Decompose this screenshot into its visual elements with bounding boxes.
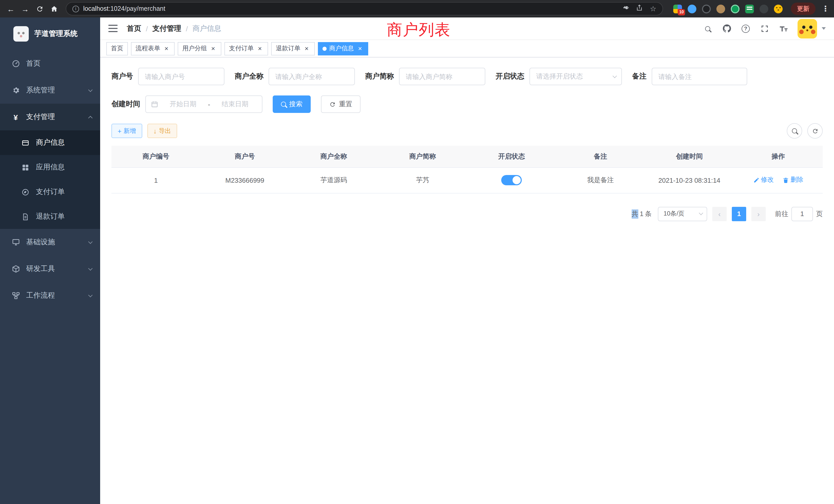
tags-view: 首页 流程表单× 用户分组× 支付订单× 退款订单× 商户信息×: [100, 40, 834, 58]
sidebar-item-refund-order[interactable]: 退款订单: [0, 204, 100, 229]
tab-refund-order[interactable]: 退款订单×: [271, 42, 315, 55]
page-size-select[interactable]: 10条/页: [658, 207, 707, 221]
merchant-id-input[interactable]: [138, 68, 224, 85]
extension-emoji-icon[interactable]: [774, 4, 783, 13]
close-icon[interactable]: ×: [210, 45, 217, 52]
tab-pay-order[interactable]: 支付订单×: [224, 42, 268, 55]
github-icon[interactable]: [722, 23, 732, 33]
extension-green-circle-icon[interactable]: [731, 4, 740, 13]
app-logo[interactable]: 芋道管理系统: [0, 18, 100, 50]
search-button[interactable]: 搜索: [273, 95, 311, 113]
extension-pinwheel-icon[interactable]: [760, 4, 768, 13]
sidebar-item-payment[interactable]: ¥ 支付管理: [0, 104, 100, 130]
close-icon[interactable]: ×: [163, 45, 170, 52]
status-label: 开启状态: [496, 72, 524, 81]
create-time-label: 创建时间: [111, 99, 140, 109]
search-icon: [281, 101, 286, 107]
table-toolbar: +新增 ↓导出: [111, 123, 823, 139]
sidebar-item-system[interactable]: 系统管理: [0, 77, 100, 104]
goto-suffix: 页: [816, 209, 823, 219]
tab-user-group[interactable]: 用户分组×: [178, 42, 221, 55]
full-name-input[interactable]: [269, 68, 355, 85]
extension-drop-icon[interactable]: [688, 4, 696, 13]
add-button[interactable]: +新增: [111, 124, 142, 138]
short-name-input[interactable]: [399, 68, 485, 85]
user-caret-down-icon[interactable]: [822, 27, 826, 30]
goto-page-input[interactable]: [791, 207, 813, 221]
sidebar-item-merchant-info[interactable]: 商户信息: [0, 130, 100, 155]
breadcrumb-item[interactable]: 首页: [127, 24, 141, 33]
page-info-icon[interactable]: i: [72, 5, 79, 12]
fullscreen-icon[interactable]: [760, 23, 770, 33]
pagination-total: 共1条: [632, 209, 652, 219]
password-key-icon[interactable]: [622, 4, 629, 13]
sidebar-item-home[interactable]: 首页: [0, 50, 100, 77]
table-row: 1 M233666999 芋道源码 芋艿 我是备注 2021-10-23 08:…: [111, 167, 823, 193]
browser-home-icon[interactable]: [47, 2, 61, 16]
pagination: 共1条 10条/页 ‹ 1 › 前往 页: [111, 207, 823, 221]
breadcrumb-item[interactable]: 支付管理: [153, 24, 181, 33]
sidebar-item-label: 应用信息: [36, 163, 92, 172]
menu-fold-icon[interactable]: [108, 25, 117, 32]
search-icon[interactable]: [703, 23, 713, 33]
page-size-value: 10条/页: [663, 209, 684, 218]
sidebar-item-dev-tools[interactable]: 研发工具: [0, 256, 100, 282]
browser-update-button[interactable]: 更新: [791, 3, 815, 15]
delete-link[interactable]: 删除: [783, 176, 804, 184]
extension-puzzle-icon[interactable]: 10: [673, 4, 682, 13]
toggle-search-button[interactable]: [787, 123, 802, 139]
trash-icon: [783, 177, 789, 183]
download-icon: ↓: [153, 128, 157, 134]
extension-ring-icon[interactable]: [702, 4, 711, 13]
merchant-id-label: 商户号: [111, 72, 133, 81]
table-header-row: 商户编号 商户号 商户全称 商户简称 开启状态 备注 创建时间 操作: [111, 146, 823, 167]
start-date-placeholder: 开始日期: [161, 99, 205, 109]
bookmark-star-icon[interactable]: ☆: [650, 5, 656, 12]
extension-document-icon[interactable]: [745, 4, 754, 13]
close-icon[interactable]: ×: [303, 45, 310, 52]
sidebar-item-app-info[interactable]: 应用信息: [0, 155, 100, 180]
user-avatar[interactable]: [797, 19, 817, 38]
status-toggle[interactable]: [501, 175, 522, 185]
filter-row-2: 创建时间 开始日期 - 结束日期 搜索 重置: [111, 95, 823, 113]
close-icon[interactable]: ×: [356, 45, 364, 52]
sidebar-group-payment: ¥ 支付管理 商户信息 应用信息: [0, 104, 100, 229]
extension-avatar-icon[interactable]: [717, 4, 725, 13]
sidebar-item-pay-order[interactable]: 支付订单: [0, 180, 100, 204]
tab-process-form[interactable]: 流程表单×: [131, 42, 175, 55]
url-text: localhost:1024/pay/merchant: [83, 5, 618, 12]
prev-page-button[interactable]: ‹: [712, 207, 727, 221]
payment-submenu: 商户信息 应用信息 支付订单 退款订单: [0, 130, 100, 229]
sidebar-item-infrastructure[interactable]: 基础设施: [0, 229, 100, 256]
browser-back-icon[interactable]: ←: [4, 2, 18, 16]
refresh-table-button[interactable]: [807, 123, 823, 139]
sidebar-item-workflow[interactable]: 工作流程: [0, 282, 100, 309]
browser-forward-icon[interactable]: →: [19, 2, 32, 16]
share-icon[interactable]: [636, 4, 643, 13]
merchant-info-icon: [21, 138, 30, 147]
status-select[interactable]: 请选择开启状态: [529, 68, 622, 85]
column-header: 商户简称: [378, 146, 467, 167]
next-page-button[interactable]: ›: [751, 207, 766, 221]
page-1-button[interactable]: 1: [732, 207, 746, 221]
reset-button[interactable]: 重置: [321, 95, 360, 113]
browser-reload-icon[interactable]: [33, 2, 46, 16]
close-icon[interactable]: ×: [256, 45, 263, 52]
address-bar[interactable]: i localhost:1024/pay/merchant ☆: [66, 2, 663, 16]
logo-avatar: [13, 26, 29, 42]
pay-order-icon: [21, 188, 30, 196]
tab-home[interactable]: 首页: [106, 42, 128, 55]
remark-input[interactable]: [652, 68, 747, 85]
search-icon: [792, 128, 797, 134]
browser-menu-icon[interactable]: ⋮: [818, 2, 830, 16]
font-size-icon[interactable]: [778, 23, 789, 33]
edit-link[interactable]: 修改: [753, 176, 774, 184]
column-header: 备注: [556, 146, 645, 167]
tab-merchant-info[interactable]: 商户信息×: [318, 42, 368, 55]
export-button[interactable]: ↓导出: [147, 124, 177, 138]
create-time-range-picker[interactable]: 开始日期 - 结束日期: [145, 95, 262, 113]
help-icon[interactable]: ?: [741, 23, 751, 33]
pencil-icon: [753, 177, 759, 183]
cell-merchant-id: M233666999: [200, 167, 289, 193]
cell-create-time: 2021-10-23 08:31:14: [645, 167, 734, 193]
